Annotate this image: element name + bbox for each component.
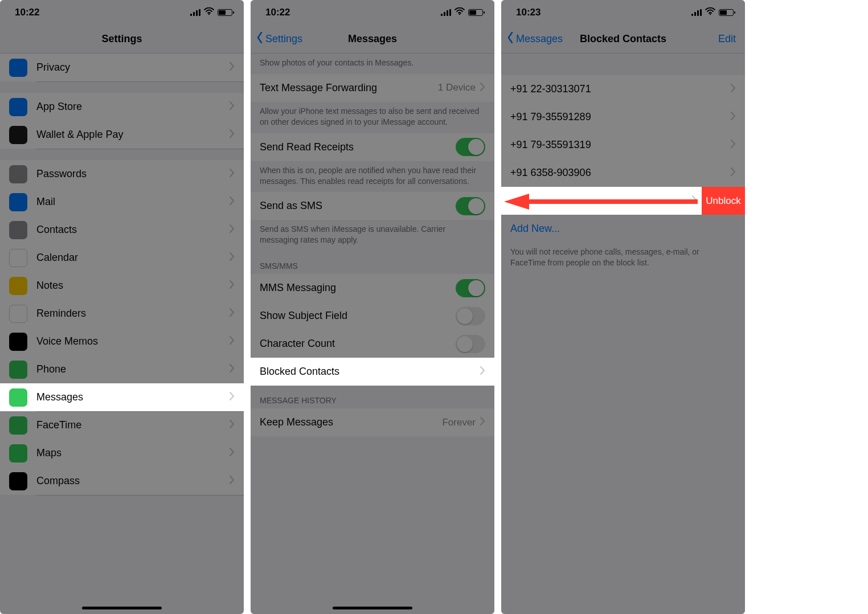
- subject-toggle[interactable]: [456, 307, 485, 325]
- status-time: 10:22: [15, 7, 39, 18]
- blocked-footer: You will not receive phone calls, messag…: [501, 243, 745, 274]
- nav-header: Settings: [0, 25, 244, 54]
- blocked-contact-row[interactable]: +91 79-35591319: [501, 131, 745, 159]
- blocked-contacts-cell[interactable]: Blocked Contacts: [251, 358, 494, 386]
- chevron-right-icon: [230, 363, 235, 375]
- character-count-cell[interactable]: Character Count: [251, 330, 494, 358]
- back-button[interactable]: Messages: [507, 25, 563, 53]
- notes-icon: [9, 277, 27, 295]
- cell-label: Phone: [36, 363, 230, 375]
- wifi-icon: [204, 7, 214, 18]
- key-icon: [9, 165, 27, 183]
- chevron-right-icon: [230, 280, 235, 292]
- wallet-icon: [9, 126, 27, 144]
- char-toggle[interactable]: [456, 335, 485, 353]
- edit-button[interactable]: Edit: [718, 25, 736, 53]
- mms-messaging-cell[interactable]: MMS Messaging: [251, 274, 494, 302]
- status-icons: [691, 7, 734, 18]
- back-label: Messages: [516, 33, 563, 45]
- add-new-label: Add New...: [510, 223, 736, 235]
- compass-icon: [9, 472, 27, 490]
- signal-icon: [441, 9, 451, 16]
- settings-item-notes[interactable]: Notes: [0, 272, 244, 300]
- contact-number: +91 79-35591319: [510, 139, 731, 151]
- cell-label: Compass: [36, 475, 230, 487]
- chevron-right-icon: [230, 168, 235, 180]
- chevron-right-icon: [731, 139, 736, 151]
- cell-label: Messages: [36, 391, 230, 403]
- settings-item-compass[interactable]: Compass: [0, 467, 244, 495]
- send-as-sms-toggle[interactable]: [456, 197, 485, 215]
- settings-item-calendar[interactable]: Calendar: [0, 244, 244, 272]
- status-bar: 10:22: [251, 0, 494, 25]
- chevron-left-icon: [507, 32, 514, 46]
- home-indicator[interactable]: [82, 607, 162, 609]
- text-message-forwarding-cell[interactable]: Text Message Forwarding 1 Device: [251, 74, 494, 102]
- cell-label: Wallet & Apple Pay: [36, 129, 230, 141]
- battery-icon: [719, 9, 734, 16]
- chevron-right-icon: [230, 308, 235, 320]
- show-subject-cell[interactable]: Show Subject Field: [251, 302, 494, 330]
- back-label: Settings: [265, 33, 302, 45]
- blocked-contact-row[interactable]: +91 22-30313071: [501, 75, 745, 103]
- settings-item-contacts[interactable]: Contacts: [0, 216, 244, 244]
- add-new-cell[interactable]: Add New...: [501, 215, 745, 243]
- settings-item-app-store[interactable]: App Store: [0, 93, 244, 121]
- status-icons: [190, 7, 232, 18]
- settings-item-maps[interactable]: Maps: [0, 439, 244, 467]
- cell-detail: 1 Device: [438, 82, 476, 93]
- cell-label: Text Message Forwarding: [260, 82, 438, 94]
- keep-messages-cell[interactable]: Keep Messages Forever: [251, 408, 494, 436]
- nav-header: Messages Blocked Contacts Edit: [501, 25, 745, 54]
- appstore-icon: [9, 98, 27, 116]
- chevron-right-icon: [731, 167, 736, 179]
- send-as-sms-cell[interactable]: Send as SMS: [251, 192, 494, 220]
- mms-toggle[interactable]: [456, 279, 485, 297]
- cell-label: Blocked Contacts: [260, 366, 480, 378]
- blocked-contact-row[interactable]: +91 6358-903906: [501, 159, 745, 187]
- blocked-contact-swiped[interactable]: 6879 Unblock: [501, 187, 745, 215]
- chevron-right-icon: [692, 195, 697, 207]
- blocked-contacts-screen: 10:23 Messages Blocked Contacts Edit +91…: [501, 0, 745, 614]
- phone-icon: [9, 361, 27, 379]
- contact-number: +91 79-35591289: [510, 111, 731, 123]
- read-receipts-toggle[interactable]: [456, 138, 485, 156]
- signal-icon: [691, 9, 702, 16]
- cell-label: Show Subject Field: [260, 310, 456, 322]
- hand-icon: [9, 59, 27, 77]
- settings-item-voice-memos[interactable]: Voice Memos: [0, 328, 244, 355]
- nav-title: Blocked Contacts: [580, 33, 666, 45]
- blocked-contact-row[interactable]: +91 79-35591289: [501, 103, 745, 131]
- battery-icon: [468, 9, 483, 16]
- settings-item-wallet-apple-pay[interactable]: Wallet & Apple Pay: [0, 121, 244, 149]
- chevron-right-icon: [480, 366, 485, 378]
- back-button[interactable]: Settings: [256, 25, 302, 53]
- settings-item-reminders[interactable]: Reminders: [0, 300, 244, 328]
- unblock-button[interactable]: Unblock: [702, 187, 745, 215]
- settings-item-passwords[interactable]: Passwords: [0, 160, 244, 188]
- home-indicator[interactable]: [333, 607, 412, 609]
- cell-label: App Store: [36, 101, 230, 113]
- settings-item-facetime[interactable]: FaceTime: [0, 411, 244, 439]
- wifi-icon: [705, 7, 715, 18]
- cell-label: Character Count: [260, 338, 456, 350]
- status-time: 10:22: [265, 7, 290, 18]
- chevron-right-icon: [230, 129, 235, 141]
- read-receipts-cell[interactable]: Send Read Receipts: [251, 133, 494, 161]
- cell-label: FaceTime: [36, 419, 230, 431]
- cell-label: MMS Messaging: [260, 282, 456, 294]
- mail-icon: [9, 193, 27, 211]
- settings-item-mail[interactable]: Mail: [0, 188, 244, 216]
- settings-item-phone[interactable]: Phone: [0, 355, 244, 383]
- cell-label: Voice Memos: [36, 335, 230, 347]
- chevron-right-icon: [230, 447, 235, 459]
- settings-item-messages[interactable]: Messages: [0, 383, 244, 411]
- cell-label: Mail: [36, 196, 230, 208]
- messages-settings-screen: 10:22 Settings Messages Show photos of y…: [251, 0, 494, 614]
- voice-icon: [9, 333, 27, 351]
- status-icons: [441, 7, 483, 18]
- sms-footer: Send as SMS when iMessage is unavailable…: [251, 220, 494, 251]
- chevron-right-icon: [230, 101, 235, 113]
- settings-item-privacy[interactable]: Privacy: [0, 54, 244, 81]
- chevron-right-icon: [731, 111, 736, 123]
